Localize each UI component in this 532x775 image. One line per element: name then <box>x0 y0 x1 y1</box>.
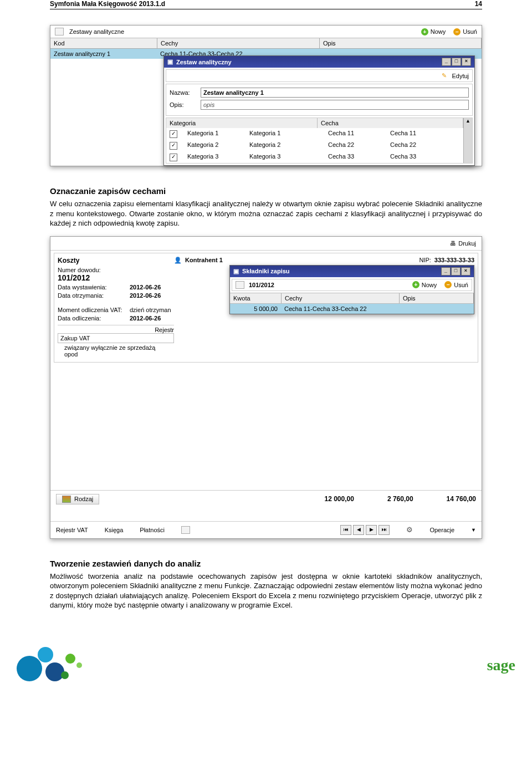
scroll-up-icon[interactable]: ▲ <box>463 118 472 128</box>
sage-logo: sage <box>487 656 515 674</box>
kat-name: Kategoria 3 <box>246 152 325 162</box>
data-wystawienia-value: 2012-06-26 <box>130 284 161 290</box>
delete-button-label: Usuń <box>454 282 468 288</box>
kat-code: Kategoria 2 <box>184 140 246 151</box>
kat-name: Kategoria 2 <box>246 140 325 151</box>
numer-label: Numer dowodu: <box>58 267 174 273</box>
print-button-label: Drukuj <box>458 240 476 247</box>
delete-button[interactable]: − Usuń <box>453 28 477 35</box>
koszty-title: Koszty <box>58 257 174 264</box>
table-row[interactable]: 5 000,00 Cecha 11-Cecha 33-Cecha 22 <box>230 304 474 314</box>
window-icon <box>55 28 64 35</box>
kat-name: Kategoria 1 <box>246 129 325 139</box>
zakup-vat-desc: związany wyłącznie ze sprzedażą opod <box>58 343 174 359</box>
page-header: Symfonia Mała Księgowość 2013.1.d 14 <box>50 0 482 9</box>
nip-label: NIP: <box>419 257 431 263</box>
data-wystawienia-label: Data wystawienia: <box>58 284 130 290</box>
dialog-title: Zestaw analityczny <box>176 59 232 65</box>
data-odliczenia-label: Data odliczenia: <box>58 315 130 322</box>
col-cecha[interactable]: Cecha <box>318 118 463 128</box>
edit-button-label: Edytuj <box>452 73 469 79</box>
nav-next-button[interactable]: ▶ <box>366 525 377 535</box>
cecha-code: Cecha 22 <box>325 140 387 151</box>
close-button[interactable]: × <box>462 58 471 66</box>
chevron-down-icon[interactable]: ▼ <box>471 527 476 533</box>
minimize-button[interactable]: _ <box>441 267 451 276</box>
gear-icon[interactable]: ⚙ <box>406 526 413 534</box>
nav-prev-button[interactable]: ◀ <box>353 525 364 535</box>
paragraph-1: W celu oznaczenia zapisu elementami klas… <box>50 199 482 228</box>
new-button-label: Nowy <box>422 282 437 288</box>
new-button[interactable]: + Nowy <box>412 281 437 288</box>
col-kategoria[interactable]: Kategoria <box>166 118 318 128</box>
close-button[interactable]: × <box>461 267 470 276</box>
maximize-button[interactable]: □ <box>452 58 461 66</box>
edit-button[interactable]: ✎ Edytuj <box>442 72 469 79</box>
checkbox[interactable]: ✓ <box>170 142 177 150</box>
nav-first-button[interactable]: ⏮ <box>340 525 351 535</box>
opis-field[interactable]: opis <box>201 100 469 110</box>
data-otrzymania-label: Data otrzymania: <box>58 292 130 299</box>
minus-icon: − <box>453 28 461 35</box>
nav-last-button[interactable]: ⏭ <box>378 525 390 535</box>
col-opis[interactable]: Opis <box>400 293 474 303</box>
tab-platnosci[interactable]: Płatności <box>140 527 165 533</box>
name-label: Nazwa: <box>170 89 197 96</box>
print-button[interactable]: 🖶 Drukuj <box>450 240 476 247</box>
doc-number: 101/2012 <box>249 282 274 288</box>
dialog-zestaw: ▣ Zestaw analityczny _ □ × ✎ Edytuj <box>163 55 475 166</box>
tab-rejestr-vat[interactable]: Rejestr VAT <box>56 527 88 533</box>
delete-button[interactable]: − Usuń <box>444 281 468 288</box>
kat-code: Kategoria 1 <box>184 129 246 139</box>
list-item[interactable]: ✓ Kategoria 2 Kategoria 2 Cecha 22 Cecha… <box>166 140 463 151</box>
name-field[interactable]: Zestaw analityczny 1 <box>201 88 469 98</box>
minimize-button[interactable]: _ <box>442 58 451 66</box>
window-zestawy: Zestawy analityczne + Nowy − Usuń Kod Ce… <box>50 25 482 166</box>
col-opis[interactable]: Opis <box>320 38 482 48</box>
doc-title: Symfonia Mała Księgowość 2013.1.d <box>50 0 165 8</box>
page-footer: sage <box>0 640 532 696</box>
data-odliczenia-value: 2012-06-26 <box>130 315 161 322</box>
heading-1: Oznaczanie zapisów cechami <box>50 186 482 196</box>
maximize-button[interactable]: □ <box>451 267 461 276</box>
operacje-button[interactable]: Operacje <box>429 527 454 533</box>
rodzaj-button[interactable]: Rodzaj <box>56 494 99 504</box>
numer-value: 101/2012 <box>58 273 174 282</box>
checkbox[interactable]: ✓ <box>170 154 177 161</box>
total-vat: 2 760,00 <box>387 495 413 503</box>
scrollbar[interactable] <box>463 128 472 163</box>
new-button-label: Nowy <box>431 28 446 35</box>
kat-code: Kategoria 3 <box>184 152 246 162</box>
grip-icon[interactable] <box>181 526 190 534</box>
table-header: Kod Cechy Opis <box>50 38 482 49</box>
total-netto: 12 000,00 <box>325 495 354 503</box>
cell-kwota: 5 000,00 <box>230 304 281 314</box>
person-icon: 👤 <box>174 257 182 264</box>
tab-ksiega[interactable]: Księga <box>105 527 124 533</box>
cell-cechy: Cecha 11-Cecha 33-Cecha 22 <box>281 304 398 314</box>
col-cechy[interactable]: Cechy <box>157 38 320 48</box>
delete-button-label: Usuń <box>463 28 477 35</box>
data-otrzymania-value: 2012-06-26 <box>130 292 161 299</box>
dialog-icon: ▣ <box>167 58 173 65</box>
new-button[interactable]: + Nowy <box>421 28 446 35</box>
nip-value: 333-333-33-33 <box>434 257 474 263</box>
cell-kod: Zestaw analityczny 1 <box>50 49 157 59</box>
list-item[interactable]: ✓ Kategoria 3 Kategoria 3 Cecha 33 Cecha… <box>166 151 463 163</box>
col-kwota[interactable]: Kwota <box>230 293 282 303</box>
pencil-icon: ✎ <box>442 72 447 79</box>
cell-opis <box>398 304 474 314</box>
col-kod[interactable]: Kod <box>50 38 157 48</box>
col-cechy[interactable]: Cechy <box>282 293 400 303</box>
window-koszty: 🖶 Drukuj Koszty Numer dowodu: 101/2012 D… <box>50 236 482 539</box>
list-item[interactable]: ✓ Kategoria 1 Kategoria 1 Cecha 11 Cecha… <box>166 128 463 140</box>
printer-icon: 🖶 <box>450 240 456 247</box>
checkbox[interactable]: ✓ <box>170 130 177 138</box>
paragraph-2: Możliwość tworzenia analiz na podstawie … <box>50 572 482 610</box>
moment-vat-label: Moment odliczenia VAT: <box>58 307 130 313</box>
opis-label: Opis: <box>170 101 197 108</box>
panel-title: Zestawy analityczne <box>69 28 124 35</box>
zakup-vat-field[interactable]: Zakup VAT <box>58 333 174 343</box>
dialog-icon: ▣ <box>233 268 239 275</box>
rodzaj-label: Rodzaj <box>74 496 93 502</box>
